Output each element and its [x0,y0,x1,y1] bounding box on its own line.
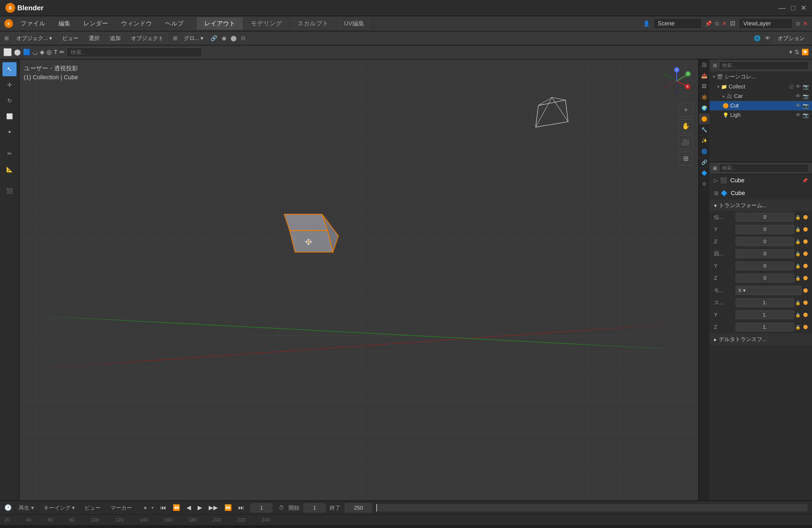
outliner-car[interactable]: ▸ 🎥 Car 👁 📷 [710,91,812,101]
outliner-panel: ⊞ ▾ 🎬 シーンコレ... ▾ 📁 Collect ☑ 👁 [710,60,812,162]
svg-point-27 [664,85,668,89]
viewport-search[interactable] [67,48,202,57]
minimize-button[interactable]: — [779,4,785,12]
scale-x-lock[interactable]: 🔒 [794,300,802,305]
scene-input[interactable] [653,18,702,29]
prop-tab-object[interactable]: 🟠 [699,114,710,124]
transform-tool-btn[interactable]: ✦ [2,125,16,139]
start-frame[interactable] [304,503,325,512]
outliner-cut[interactable]: 🟠 Cut 👁 📷 [710,101,812,110]
toggle-collection[interactable]: ▾ [717,84,720,89]
viewport[interactable]: ユーザー・透視投影 (1) Collection | Cube Z Y X [19,60,698,500]
light-cam-icon[interactable]: 📷 [803,112,809,118]
marker-menu[interactable]: マーカー [108,503,135,513]
maximize-button[interactable]: □ [791,4,795,12]
mode-dropdown[interactable]: オブジェク... ▾ [12,33,56,44]
zoom-in-btn[interactable]: + [679,103,693,117]
loc-y-lock[interactable]: 🔒 [794,227,802,232]
outliner-scene-collection[interactable]: ▾ 🎬 シーンコレ... [710,71,812,82]
toggle-scene[interactable]: ▾ [713,74,715,79]
move-tool-btn[interactable]: ✢ [2,78,16,92]
prop-tab-view[interactable]: 🖼 [699,81,710,92]
select-menu[interactable]: 選択 [85,33,104,44]
view-menu[interactable]: ビュー [58,33,83,44]
prop-search[interactable] [719,164,809,172]
prev-frame-btn[interactable]: ◀ [184,503,193,512]
check-icon[interactable]: ☑ [789,84,794,90]
outliner-light[interactable]: 💡 Ligh 👁 📷 [710,110,812,120]
car-eye-icon[interactable]: 👁 [796,93,801,99]
delta-transform-header[interactable]: ▸ デルタトランスフ... [710,333,812,345]
prev-keyframe-btn[interactable]: ⏪ [171,503,182,512]
prop-tab-constraints[interactable]: 🔗 [699,157,710,168]
add-primitive-btn[interactable]: ⬛ [2,184,16,198]
tab-modeling[interactable]: モデリング [243,17,290,30]
add-menu[interactable]: 追加 [106,33,125,44]
prop-tab-material[interactable]: ⚙ [699,179,710,189]
tab-layout[interactable]: レイアウト [197,17,243,30]
outliner-collection[interactable]: ▾ 📁 Collect ☑ 👁 📷 [710,82,812,91]
keyframe-dropdown[interactable]: ▾ [151,505,154,511]
object-menu[interactable]: オブジェクト [127,33,168,44]
rot-x-lock[interactable]: 🔒 [794,251,802,256]
prop-tab-scene[interactable]: 🔆 [699,92,710,103]
measure-btn[interactable]: 📐 [2,162,16,176]
rot-y-lock[interactable]: 🔒 [794,263,802,269]
cut-cam-icon[interactable]: 📷 [803,103,809,109]
current-frame[interactable] [251,503,272,512]
end-frame[interactable] [345,503,372,512]
cut-eye-icon[interactable]: 👁 [796,103,801,109]
orientation-gizmo[interactable]: Z Y X [661,65,693,97]
outliner-search[interactable] [719,61,809,70]
pin-icon[interactable]: 📌 [802,178,808,183]
camera-btn[interactable]: 🎥 [679,135,693,149]
select-tool-btn[interactable]: ↖ [2,62,16,76]
eye-icon[interactable]: 👁 [796,84,801,90]
tab-uv[interactable]: UV編集 [336,17,372,30]
rotate-tool-btn[interactable]: ↻ [2,94,16,108]
grid-btn[interactable]: ⊞ [679,151,693,166]
loc-x-lock[interactable]: 🔒 [794,215,802,220]
menu-help[interactable]: ヘルプ [160,18,189,29]
prop-tab-render[interactable]: 🎥 [699,60,710,70]
camera-render-icon[interactable]: 📷 [803,84,809,90]
transform-dropdown[interactable]: グロ... ▾ [180,33,207,44]
next-frame-btn[interactable]: ▶▶ [206,503,220,512]
scale-y-lock[interactable]: 🔒 [794,313,802,318]
prop-tab-physics[interactable]: 🌀 [699,146,710,157]
scale-z-lock[interactable]: 🔒 [794,325,802,330]
prop-tab-data[interactable]: 🔷 [699,168,710,179]
view-menu[interactable]: ビュー [82,503,103,513]
menu-file[interactable]: ファイル [15,18,51,29]
skip-end-btn[interactable]: ⏭ [236,503,246,512]
close-button[interactable]: ✕ [801,4,807,12]
car-cam-icon[interactable]: 📷 [803,93,809,99]
play-btn[interactable]: ▶ [195,503,204,512]
object-icon: ⬛ [720,177,727,184]
next-keyframe-btn[interactable]: ⏩ [222,503,234,512]
light-eye-icon[interactable]: 👁 [796,112,801,118]
keying-menu[interactable]: キーイング ▾ [41,503,78,513]
svg-text:X: X [686,85,688,88]
skip-start-btn[interactable]: ⏮ [158,503,168,512]
viewlayer-input[interactable] [739,18,793,29]
prop-tab-world[interactable]: 🌍 [699,103,710,114]
menu-edit[interactable]: 編集 [53,18,76,29]
play-menu[interactable]: 再生 ▾ [16,503,37,513]
toggle-car[interactable]: ▸ [723,94,725,99]
transform-header[interactable]: ▾ トランスフォーム... [710,200,812,211]
pan-btn[interactable]: ✋ [679,119,693,133]
prop-tab-modifiers[interactable]: 🔧 [699,124,710,135]
prop-tab-particles[interactable]: ✨ [699,135,710,146]
rot-z-lock[interactable]: 🔒 [794,276,802,281]
mesh-data-icon: ▷ [714,177,718,184]
timeline-track[interactable] [376,504,808,512]
prop-tab-output[interactable]: 📤 [699,70,710,81]
scale-tool-btn[interactable]: ⬜ [2,109,16,123]
menu-render[interactable]: レンダー [78,18,113,29]
loc-z-lock[interactable]: 🔒 [794,239,802,244]
tab-sculpt[interactable]: スカルプト [290,17,336,30]
options-btn[interactable]: オプション [773,33,809,44]
menu-window[interactable]: ウィンドウ [116,18,158,29]
annotate-btn[interactable]: ✏ [2,147,16,161]
